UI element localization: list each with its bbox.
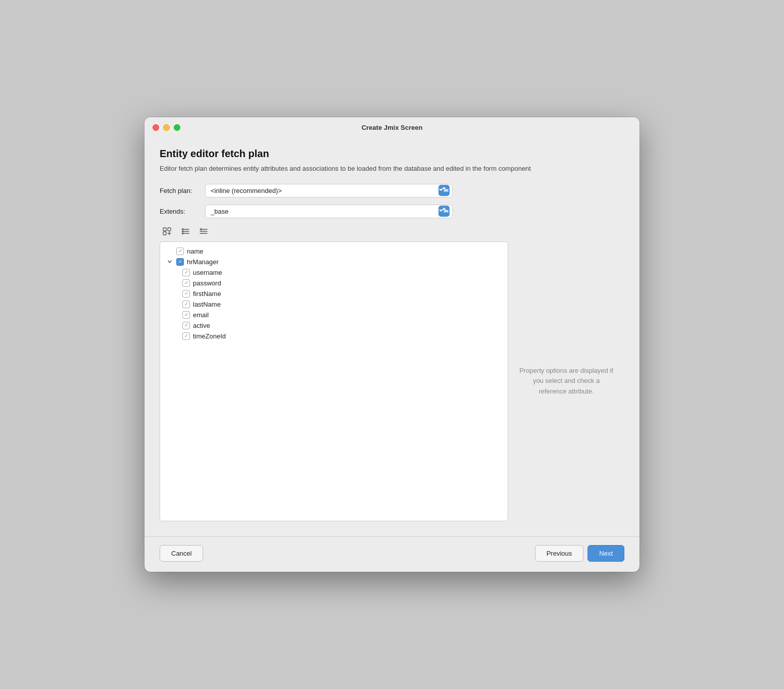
tree-label-username: username: [193, 269, 222, 276]
expand-all-button[interactable]: [160, 225, 175, 237]
tree-item-password[interactable]: password: [160, 278, 508, 288]
svg-rect-2: [163, 232, 166, 235]
dialog-footer: Cancel Previous Next: [144, 536, 640, 572]
fetch-plan-select[interactable]: <inline (recommended)><local><base>: [205, 184, 453, 198]
tree-panel: name hrManager username: [160, 241, 508, 522]
previous-button[interactable]: Previous: [535, 545, 584, 562]
extends-row: Extends: _base_local_minimal: [160, 205, 624, 218]
page-description: Editor fetch plan determines entity attr…: [160, 164, 624, 174]
maximize-button[interactable]: [174, 124, 180, 131]
tree-label-lastname: lastName: [193, 301, 221, 308]
svg-rect-0: [163, 228, 166, 231]
checkbox-hrmanager[interactable]: [176, 258, 184, 266]
page-title: Entity editor fetch plan: [160, 148, 624, 160]
navigation-buttons: Previous Next: [535, 545, 624, 562]
extends-label: Extends:: [160, 208, 205, 215]
extends-select[interactable]: _base_local_minimal: [205, 205, 453, 218]
tree-item-timezoneid[interactable]: timeZoneId: [160, 331, 508, 341]
next-button[interactable]: Next: [587, 545, 624, 562]
deselect-all-button[interactable]: [196, 225, 211, 237]
svg-rect-1: [168, 228, 171, 231]
tree-item-firstname[interactable]: firstName: [160, 288, 508, 299]
tree-toolbar: [160, 225, 624, 237]
tree-item-username[interactable]: username: [160, 267, 508, 278]
titlebar: Create Jmix Screen: [144, 117, 640, 136]
dialog-window: Create Jmix Screen Entity editor fetch p…: [144, 117, 640, 572]
tree-item-lastname[interactable]: lastName: [160, 299, 508, 310]
tree-label-active: active: [193, 322, 210, 329]
tree-toggle-hrmanager[interactable]: [166, 258, 173, 265]
traffic-lights: [153, 124, 180, 131]
tree-label-hrmanager: hrManager: [187, 258, 219, 266]
select-all-icon: [181, 227, 190, 235]
checkbox-firstname[interactable]: [182, 290, 190, 298]
tree-label-firstname: firstName: [193, 290, 221, 298]
window-title: Create Jmix Screen: [362, 124, 423, 131]
tree-item-hrmanager[interactable]: hrManager: [160, 257, 508, 267]
cancel-button[interactable]: Cancel: [160, 545, 203, 562]
tree-item-email[interactable]: email: [160, 310, 508, 320]
property-panel: Property options are displayed if you se…: [508, 241, 624, 522]
fetch-plan-select-wrapper: <inline (recommended)><local><base>: [205, 184, 453, 198]
minimize-button[interactable]: [163, 124, 170, 131]
checkbox-username[interactable]: [182, 269, 190, 276]
checkbox-active[interactable]: [182, 322, 190, 329]
checkbox-password[interactable]: [182, 279, 190, 287]
select-all-button[interactable]: [178, 225, 193, 237]
checkbox-lastname[interactable]: [182, 301, 190, 308]
checkbox-email[interactable]: [182, 311, 190, 319]
tree-label-name: name: [187, 248, 204, 255]
fetch-plan-row: Fetch plan: <inline (recommended)><local…: [160, 184, 624, 198]
tree-item-active[interactable]: active: [160, 320, 508, 331]
fetch-plan-label: Fetch plan:: [160, 187, 205, 194]
deselect-all-icon: [199, 227, 208, 235]
checkbox-name[interactable]: [176, 248, 184, 255]
extends-select-wrapper: _base_local_minimal: [205, 205, 453, 218]
tree-label-email: email: [193, 311, 209, 319]
tree-item-name[interactable]: name: [160, 246, 508, 257]
expand-icon: [163, 227, 172, 235]
main-area: name hrManager username: [160, 241, 624, 522]
dialog-content: Entity editor fetch plan Editor fetch pl…: [144, 136, 640, 531]
close-button[interactable]: [153, 124, 159, 131]
property-hint: Property options are displayed if you se…: [518, 366, 614, 397]
tree-label-timezoneid: timeZoneId: [193, 332, 226, 340]
tree-label-password: password: [193, 279, 221, 287]
checkbox-timezoneid[interactable]: [182, 332, 190, 340]
